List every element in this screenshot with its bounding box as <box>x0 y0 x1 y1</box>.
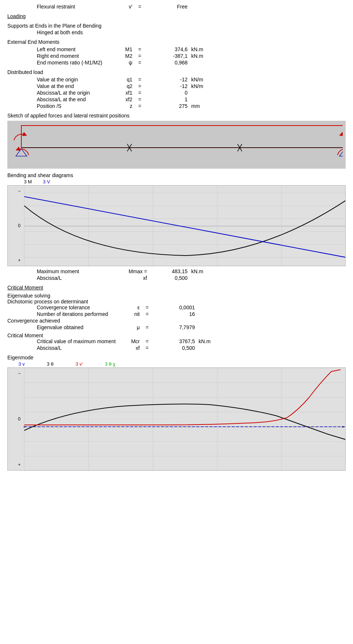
moment-row-2: End moments ratio (-M1/M2) ψ = 0,968 <box>7 60 346 66</box>
cm-label-1: Abscissa/L <box>7 345 118 351</box>
eigenmode-label-v: 3 v <box>18 361 25 367</box>
bending-val-0: 483,15 <box>147 268 191 274</box>
flexural-label: Flexural restraint <box>7 4 110 10</box>
bending-chart-svg <box>8 186 345 267</box>
cm-val-1: 0,500 <box>154 345 199 351</box>
cm-eq-1: = <box>140 345 154 351</box>
dist-val-1: -12 <box>147 83 191 89</box>
cm-sym-0: Mcr <box>118 338 140 344</box>
cm-row-1: Abscissa/L xf = 0,500 <box>7 345 346 351</box>
dist-unit-0: kN/m <box>191 77 221 82</box>
chart-labels: 3 M 3 V <box>7 179 346 184</box>
eigenvalue-sym: μ <box>118 324 140 330</box>
moment-eq-1: = <box>132 53 147 59</box>
convergence-label: Convergence achieved <box>7 318 346 324</box>
dist-sym-3: xf2 <box>110 96 132 102</box>
eigenmode-label-theta: 3 θ <box>47 361 53 367</box>
chart-label-v: 3 V <box>43 179 50 184</box>
cm-row-0: Critical value of maximum moment Mcr = 3… <box>7 338 346 344</box>
supports-title: Supports at Ends in the Plane of Bending <box>7 23 346 29</box>
cm-inner-eq-1: = <box>140 311 154 317</box>
moment-sym-0: M1 <box>110 46 132 52</box>
eigenmode-chart-area: − 0 + <box>7 367 346 471</box>
bending-row-0: Maximum moment Mmax = 483,15 kN.m <box>7 268 346 274</box>
cm-inner-row-1: Number of iterations performed nit = 16 <box>7 311 346 317</box>
cm-inner-sym-1: nit <box>118 311 140 317</box>
cm-sub-title: Critical Moment <box>7 332 346 338</box>
dist-label-4: Position /S <box>7 103 110 109</box>
moment-label-0: Left end moment <box>7 46 110 52</box>
cm-inner-val-1: 16 <box>154 311 199 317</box>
cm-sym-1: xf <box>118 345 140 351</box>
critical-moment-title: Critical Moment <box>7 285 346 291</box>
eigenmode-title: Eigenmode <box>7 355 346 360</box>
eigenvalue-eq: = <box>140 324 154 330</box>
external-moments-title: External End Moments <box>7 39 346 45</box>
moment-sym-2: ψ <box>110 60 132 66</box>
cm-inner-label-1: Number of iterations performed <box>7 311 118 317</box>
dist-row-1: Value at the end q2 = -12 kN/m <box>7 83 346 89</box>
cm-eq-0: = <box>140 338 154 344</box>
dist-label-3: Abscissa/L at the end <box>7 96 110 102</box>
dist-eq-4: = <box>132 103 147 109</box>
svg-rect-0 <box>21 126 343 148</box>
dist-eq-0: = <box>132 77 147 82</box>
moment-label-2: End moments ratio (-M1/M2) <box>7 60 110 66</box>
moment-val-1: -387,1 <box>147 53 191 59</box>
dist-sym-1: q2 <box>110 83 132 89</box>
dist-val-3: 1 <box>147 96 191 102</box>
flexural-section: Flexural restraint v' = Free <box>7 4 346 10</box>
bending-label-0: Maximum moment <box>7 268 110 274</box>
moment-eq-2: = <box>132 60 147 66</box>
distributed-load-title: Distributed load <box>7 69 346 75</box>
dist-eq-2: = <box>132 90 147 96</box>
dichotomic-title: Dichotomic process on determinant <box>7 299 346 305</box>
eigenmode-chart-svg: × × <box>8 368 345 471</box>
dist-sym-2: xf1 <box>110 90 132 96</box>
bending-unit-0: kN.m <box>191 268 221 274</box>
dist-row-4: Position /S z = 275 mm <box>7 103 346 109</box>
sketch-area <box>7 121 346 169</box>
dist-sym-0: q1 <box>110 77 132 82</box>
dist-row-2: Abscissa/L at the origin xf1 = 0 <box>7 90 346 96</box>
bending-row-1: Abscissa/L xf 0,500 <box>7 275 346 281</box>
dist-eq-1: = <box>132 83 147 89</box>
moment-sym-1: M2 <box>110 53 132 59</box>
dist-label-1: Value at the end <box>7 83 110 89</box>
sketch-svg <box>10 124 343 166</box>
bending-chart-area: − 0 + <box>7 185 346 266</box>
cm-inner-sym-0: ε <box>118 305 140 310</box>
critical-moment-section: Critical Moment Eigenvalue solving Dicho… <box>7 285 346 351</box>
flexural-eq: = <box>132 4 147 10</box>
supports-subtitle: Hinged at both ends <box>7 29 346 35</box>
cm-inner-val-0: 0,0001 <box>154 305 199 310</box>
cm-inner-label-0: Convergence tolerance <box>7 305 118 310</box>
dist-val-0: -12 <box>147 77 191 82</box>
bending-label-1: Abscissa/L <box>7 275 110 281</box>
dist-row-0: Value at the origin q1 = -12 kN/m <box>7 77 346 82</box>
loading-section: Loading <box>7 13 346 19</box>
cm-inner-eq-0: = <box>140 305 154 310</box>
sketch-title: Sketch of applied forces and lateral res… <box>7 113 346 119</box>
eigenvalue-title: Eigenvalue solving <box>7 293 346 299</box>
dist-label-0: Value at the origin <box>7 77 110 82</box>
eigenvalue-val: 7,7979 <box>154 324 199 330</box>
loading-title: Loading <box>7 13 346 19</box>
moment-row-1: Right end moment M2 = -387,1 kN.m <box>7 53 346 59</box>
external-moments-section: External End Moments Left end moment M1 … <box>7 39 346 66</box>
flexural-val: Free <box>147 4 191 10</box>
supports-section: Supports at Ends in the Plane of Bending… <box>7 23 346 35</box>
dist-unit-4: mm <box>191 103 221 109</box>
chart-label-m: 3 M <box>24 179 32 184</box>
eigenvalue-label: Eigenvalue obtained <box>7 324 118 330</box>
svg-text:×: × <box>342 425 344 429</box>
eigenmode-label-thetax: 3 θ χ <box>105 361 115 367</box>
moment-val-2: 0,968 <box>147 60 191 66</box>
dist-eq-3: = <box>132 96 147 102</box>
bending-sym-1: xf <box>110 275 147 281</box>
cm-inner-row-0: Convergence tolerance ε = 0,0001 <box>7 305 346 310</box>
dist-val-4: 275 <box>147 103 191 109</box>
eigenmode-section: Eigenmode 3 v 3 θ 3 v' 3 θ χ − 0 + <box>7 355 346 471</box>
bending-shear-title: Bending and shear diagrams <box>7 172 346 178</box>
moment-label-1: Right end moment <box>7 53 110 59</box>
